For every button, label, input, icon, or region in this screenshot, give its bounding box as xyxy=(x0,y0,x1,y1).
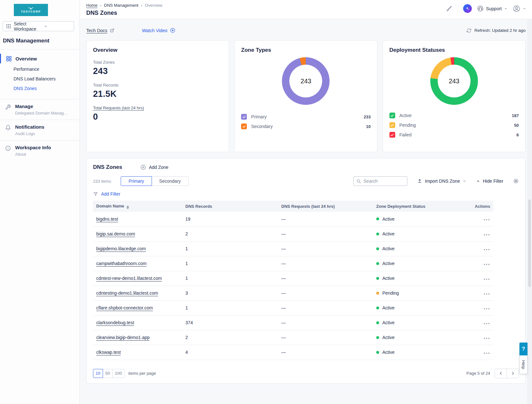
row-actions-button[interactable] xyxy=(483,307,490,311)
next-page-button[interactable] xyxy=(507,369,519,378)
page-size-10[interactable]: 10 xyxy=(93,369,103,378)
search-input[interactable] xyxy=(363,179,401,184)
theme-brush-button[interactable] xyxy=(445,5,453,12)
status-dot xyxy=(376,351,379,354)
domain-link[interactable]: cdntest-new-demo1.lilactest.com xyxy=(96,276,162,281)
table-row: campwithabathroom.com1—Active xyxy=(93,256,493,271)
account-menu-button[interactable] xyxy=(513,5,526,13)
hide-filter-button[interactable]: Hide Filter xyxy=(476,179,503,184)
row-actions-button[interactable] xyxy=(483,218,490,222)
play-circle-icon xyxy=(170,28,175,33)
page-size-100[interactable]: 100 xyxy=(112,369,125,378)
company-logo[interactable]: TESTCORP xyxy=(14,4,48,16)
sidebar-group-label: Notifications xyxy=(15,124,44,130)
legend-checkbox-failed[interactable] xyxy=(389,132,395,138)
help-question-icon[interactable]: ? xyxy=(519,343,527,355)
support-label: Support xyxy=(486,6,502,11)
external-link-icon xyxy=(110,28,114,33)
table-settings-button[interactable] xyxy=(513,178,519,184)
help-label: Help xyxy=(521,360,526,369)
column-header-domain-name[interactable]: Domain Name xyxy=(93,201,182,212)
legend-label: Primary xyxy=(251,114,266,119)
import-dns-zone-button[interactable]: Import DNS Zone xyxy=(417,179,466,184)
row-actions-button[interactable] xyxy=(483,248,490,252)
watch-video-link[interactable]: Watch Video xyxy=(142,28,175,33)
sidebar-item-workspace-info[interactable]: Workspace Info About xyxy=(0,141,79,161)
add-zone-button[interactable]: Add Zone xyxy=(140,164,169,170)
legend-checkbox-active[interactable] xyxy=(389,113,395,118)
chevron-down-icon xyxy=(523,7,526,10)
legend-value: 10 xyxy=(366,124,370,129)
table-row: clarksondebug.test374—Active xyxy=(93,315,493,330)
sidebar-item-dns-load-balancers[interactable]: DNS Load Balancers xyxy=(0,74,79,84)
sidebar-item-performance[interactable]: Performance xyxy=(0,64,79,74)
refresh-status[interactable]: Refresh: Updated 2 hr ago xyxy=(466,28,526,33)
column-header-dns-requests: DNS Requests (last 24 hrs) xyxy=(278,201,373,212)
domain-link[interactable]: bigdns.test xyxy=(96,216,118,222)
table-row: bigipdemo.lilacedge.com1—Active xyxy=(93,241,493,256)
domain-link[interactable]: clkswap.test xyxy=(96,350,121,355)
support-menu-button[interactable]: Support xyxy=(477,5,508,12)
stat-label-link[interactable]: Total Requests (last 24 hrs) xyxy=(93,106,222,110)
bell-icon xyxy=(5,125,11,136)
domain-link[interactable]: campwithabathroom.com xyxy=(96,261,146,266)
row-actions-button[interactable] xyxy=(483,351,490,355)
sidebar-group-sublabel: About xyxy=(15,152,51,157)
sort-icon[interactable] xyxy=(126,206,129,209)
legend-checkbox-secondary[interactable] xyxy=(241,124,247,129)
upload-icon xyxy=(417,179,422,184)
card-title: Deployment Statuses xyxy=(389,47,519,53)
sidebar-item-dns-zones[interactable]: DNS Zones xyxy=(0,84,79,93)
ai-assistant-button[interactable] xyxy=(463,4,472,13)
sidebar-item-overview[interactable]: Overview xyxy=(0,53,79,64)
status-dot xyxy=(376,233,379,235)
domain-link[interactable]: bigipdemo.lilacedge.com xyxy=(96,246,146,251)
row-actions-button[interactable] xyxy=(483,336,490,340)
sidebar-group-label: Manage xyxy=(15,104,67,109)
logo-text: TESTCORP xyxy=(21,10,41,13)
legend-checkbox-pending[interactable] xyxy=(389,122,395,128)
table-row: cflare.shpbot-connector.com1—Active xyxy=(93,300,493,315)
deployment-statuses-legend: Active 187 Pending 50 Failed 6 xyxy=(389,111,519,140)
domain-link[interactable]: clarksondebug.test xyxy=(96,320,134,325)
scrollbar-thumb[interactable] xyxy=(528,199,531,287)
page-scrollbar[interactable] xyxy=(527,19,532,404)
tech-docs-link[interactable]: Tech Docs xyxy=(86,28,114,33)
row-actions-button[interactable] xyxy=(483,277,490,281)
workspace-selector[interactable]: Select Workspace xyxy=(3,21,74,31)
domain-link[interactable]: cflare.shpbot-connector.com xyxy=(96,305,153,310)
dns-requests-cell: — xyxy=(278,330,373,345)
dns-requests-cell: — xyxy=(278,300,373,315)
legend-checkbox-primary[interactable] xyxy=(241,114,247,120)
sidebar-item-notifications[interactable]: Notifications Audit Logs xyxy=(0,120,79,140)
domain-link[interactable]: bigip.sai.demo.com xyxy=(96,231,135,236)
legend-value: 187 xyxy=(512,113,519,118)
logo-wings-icon xyxy=(28,7,33,10)
status-label: Active xyxy=(382,320,395,325)
tab-secondary[interactable]: Secondary xyxy=(152,176,189,186)
plus-circle-icon xyxy=(140,164,146,170)
column-header-dns-records: DNS Records xyxy=(182,201,278,212)
row-actions-button[interactable] xyxy=(483,233,490,237)
tab-primary[interactable]: Primary xyxy=(121,176,152,186)
help-tab[interactable]: ? Help xyxy=(519,343,527,374)
chevron-down-icon xyxy=(44,24,71,28)
page-subheader: Tech Docs Watch Video Refres xyxy=(80,19,532,33)
dns-records-cell: 1 xyxy=(182,271,278,286)
add-filter-button[interactable]: Add Filter xyxy=(87,186,127,201)
sidebar-item-manage[interactable]: Manage Delegated Domain Manag... xyxy=(0,99,79,120)
table-row: cdntesting-demo1.lilactest.com3—Pending xyxy=(93,286,493,300)
row-actions-button[interactable] xyxy=(483,262,490,266)
row-actions-button[interactable] xyxy=(483,292,490,296)
legend-label: Active xyxy=(399,113,412,118)
page-size-50[interactable]: 50 xyxy=(103,369,113,378)
domain-link[interactable]: cdntesting-demo1.lilactest.com xyxy=(96,290,158,296)
row-actions-button[interactable] xyxy=(483,322,490,326)
previous-page-button[interactable] xyxy=(495,369,507,378)
funnel-icon xyxy=(93,191,98,197)
status-label: Active xyxy=(382,246,395,251)
breadcrumb-home[interactable]: Home xyxy=(86,3,98,8)
dns-requests-cell: — xyxy=(278,271,373,286)
table-row: cdntest-new-demo1.lilactest.com1—Active xyxy=(93,271,493,286)
domain-link[interactable]: clearview.bigip-demo1.app xyxy=(96,335,150,340)
